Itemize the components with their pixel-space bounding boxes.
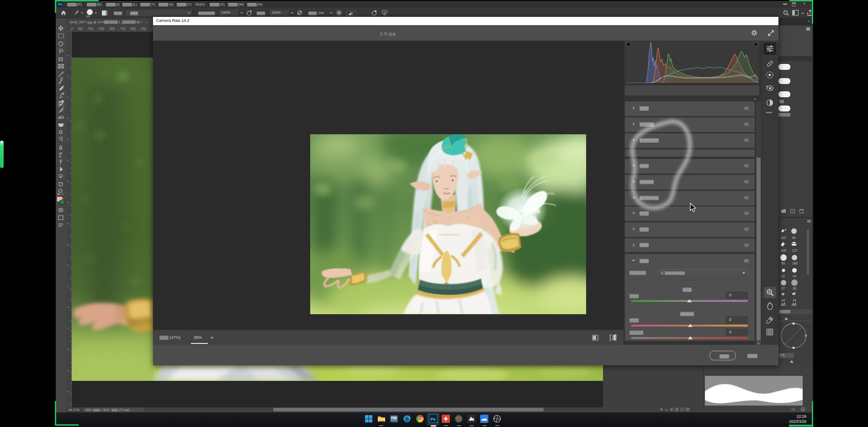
svg-text:100: 100	[781, 249, 786, 252]
svg-text:Ps: Ps	[431, 417, 436, 422]
svg-text:112: 112	[781, 236, 786, 239]
svg-text:2: 2	[67, 285, 69, 287]
svg-text:2: 2	[67, 390, 69, 392]
svg-text:6: 6	[67, 117, 69, 119]
svg-text:2: 2	[67, 180, 69, 182]
svg-text:0: 0	[67, 369, 69, 371]
svg-text:27: 27	[781, 287, 785, 290]
svg-text:0: 0	[67, 159, 69, 161]
svg-text:60: 60	[792, 236, 796, 239]
svg-text:35: 35	[793, 287, 796, 290]
svg-text:4: 4	[67, 96, 69, 98]
svg-text:4: 4	[67, 306, 69, 308]
svg-text:4: 4	[67, 201, 69, 203]
svg-text:8: 8	[67, 348, 69, 350]
svg-text:8: 8	[67, 138, 69, 140]
svg-text:50: 50	[781, 262, 785, 265]
svg-text:8: 8	[67, 243, 69, 245]
svg-text:24: 24	[793, 299, 796, 302]
svg-text:12: 12	[781, 274, 785, 278]
svg-text:0: 0	[67, 54, 69, 56]
svg-text:fx: fx	[665, 408, 668, 411]
svg-text:6: 6	[67, 327, 69, 329]
svg-text:19: 19	[793, 274, 796, 278]
svg-text:0: 0	[67, 264, 69, 266]
svg-text:183: 183	[792, 262, 798, 265]
svg-text:127: 127	[792, 249, 798, 252]
svg-text:14: 14	[781, 299, 785, 302]
svg-text:2: 2	[67, 75, 69, 77]
svg-text:6: 6	[67, 222, 69, 224]
